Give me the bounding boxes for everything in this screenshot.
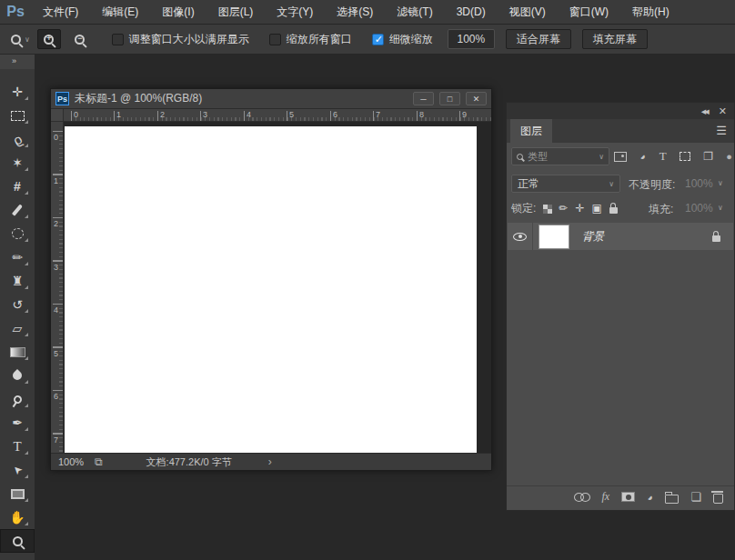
tools-list: ✛ ϱ ✶ # ✏ ♜ ↺ ▱ ✒ T ➤ ✋	[0, 80, 35, 553]
link-layers-icon[interactable]	[574, 493, 589, 501]
eyedropper-tool[interactable]	[0, 198, 35, 222]
add-layer-mask-icon[interactable]	[621, 492, 635, 502]
magic-wand-tool[interactable]: ✶	[0, 151, 35, 175]
gradient-icon	[10, 347, 25, 357]
layers-panel-body: 类型 ∨ ◑ T ❐ ● 正常 ∨ 不透明度: 100% ∨ 锁定: ✏ ✛ ▣…	[507, 143, 734, 510]
filter-adjustment-layers-icon[interactable]: ◑	[637, 150, 649, 163]
chevron-down-icon[interactable]: ∨	[718, 179, 723, 187]
filter-smart-objects-icon[interactable]: ❐	[703, 150, 713, 163]
lock-image-pixels-icon[interactable]: ✏	[559, 202, 568, 215]
chevron-down-icon[interactable]: ∨	[718, 204, 723, 212]
close-button[interactable]: ✕	[466, 92, 487, 105]
options-bar: ∨ + − 调整窗口大小以满屏显示 缩放所有窗口 细微缩放 100% 适合屏幕 …	[0, 25, 735, 55]
menu-view[interactable]: 视图(V)	[498, 0, 558, 24]
new-adjustment-layer-icon[interactable]: ◑	[644, 491, 657, 504]
document-ps-icon: Ps	[55, 92, 69, 105]
path-selection-tool[interactable]: ➤	[0, 458, 35, 482]
brush-tool[interactable]: ✏	[0, 245, 35, 269]
ruler-label: 5	[289, 110, 294, 119]
pen-tool[interactable]: ✒	[0, 411, 35, 435]
type-tool[interactable]: T	[0, 435, 35, 458]
zoom-in-button[interactable]: +	[37, 29, 61, 49]
tool-preset-picker[interactable]: ∨	[11, 35, 30, 45]
clone-stamp-tool[interactable]: ♜	[0, 269, 35, 293]
spot-healing-brush-tool[interactable]	[0, 222, 35, 245]
cursor-arrow-icon: ➤	[10, 463, 25, 477]
status-zoom-field[interactable]: 100%	[58, 456, 89, 467]
menu-filter[interactable]: 滤镜(T)	[385, 0, 444, 24]
canvas[interactable]	[65, 126, 477, 453]
panel-menu-icon[interactable]: ☰	[716, 124, 727, 137]
blend-mode-dropdown[interactable]: 正常 ∨	[511, 175, 620, 193]
filter-type-layers-icon[interactable]: T	[659, 149, 667, 164]
move-tool[interactable]: ✛	[0, 80, 35, 104]
filter-toggle-icon[interactable]: ●	[726, 151, 732, 162]
opacity-label: 不透明度:	[629, 177, 675, 193]
menu-file[interactable]: 文件(F)	[31, 0, 90, 24]
layer-row-background[interactable]: 背景	[508, 223, 733, 250]
fill-value[interactable]: 100%	[685, 202, 713, 215]
ruler-label: 4	[247, 110, 251, 119]
lasso-tool[interactable]: ϱ	[0, 127, 35, 151]
healing-icon	[12, 228, 24, 239]
tab-layers[interactable]: 图层	[510, 119, 552, 143]
menu-edit[interactable]: 编辑(E)	[90, 0, 150, 24]
ruler-label: 2	[160, 110, 165, 119]
close-panel-icon[interactable]: ✕	[719, 105, 727, 117]
checkbox-unchecked-icon[interactable]	[269, 34, 281, 45]
menu-image[interactable]: 图像(I)	[150, 0, 206, 24]
ruler-label: 3	[203, 110, 207, 119]
layer-visibility-cell[interactable]	[508, 223, 533, 250]
status-options-chevron[interactable]: ›	[268, 455, 272, 468]
layer-filter-box[interactable]: 类型 ∨	[511, 147, 609, 165]
new-layer-icon[interactable]: ❏	[690, 490, 701, 504]
zoom-all-windows-option[interactable]: 缩放所有窗口	[269, 32, 352, 47]
zoom-percentage-field[interactable]: 100%	[448, 29, 495, 49]
checkbox-checked-icon[interactable]	[372, 34, 384, 45]
hand-tool[interactable]: ✋	[0, 505, 35, 529]
menu-layer[interactable]: 图层(L)	[206, 0, 266, 24]
blur-tool[interactable]	[0, 364, 35, 387]
ruler-corner	[51, 109, 64, 122]
menu-window[interactable]: 窗口(W)	[558, 0, 620, 24]
panel-tab-strip: 图层 ☰	[507, 119, 734, 143]
collapse-panel-icon[interactable]: ◂◂	[701, 105, 708, 117]
menu-select[interactable]: 选择(S)	[325, 0, 385, 24]
share-icon[interactable]: ⧉	[95, 455, 103, 468]
gradient-tool[interactable]	[0, 340, 35, 364]
minimize-button[interactable]: ─	[413, 92, 434, 105]
filter-shape-layers-icon[interactable]	[680, 152, 690, 161]
eraser-tool[interactable]: ▱	[0, 316, 35, 340]
resize-window-option[interactable]: 调整窗口大小以满屏显示	[112, 32, 249, 47]
fit-screen-button[interactable]: 适合屏幕	[506, 29, 571, 49]
new-group-icon[interactable]	[665, 495, 679, 504]
document-title: 未标题-1 @ 100%(RGB/8)	[75, 91, 408, 106]
layer-style-fx-icon[interactable]: fx	[601, 490, 609, 504]
zoom-tool[interactable]	[0, 529, 35, 553]
menu-3d[interactable]: 3D(D)	[445, 0, 498, 24]
maximize-button[interactable]: □	[439, 92, 460, 105]
lock-artboard-icon[interactable]: ▣	[591, 202, 601, 215]
zoom-out-button[interactable]: −	[68, 29, 92, 49]
lock-transparent-pixels-icon[interactable]	[543, 205, 548, 209]
lock-all-icon[interactable]	[609, 207, 618, 214]
rectangle-tool[interactable]	[0, 482, 35, 505]
crop-tool[interactable]: #	[0, 175, 35, 198]
document-title-bar[interactable]: Ps 未标题-1 @ 100%(RGB/8) ─ □ ✕	[51, 89, 491, 109]
delete-layer-icon[interactable]	[713, 494, 723, 504]
opacity-value[interactable]: 100%	[685, 177, 713, 190]
scrubby-zoom-option[interactable]: 细微缩放	[372, 32, 433, 47]
fill-screen-button[interactable]: 填充屏幕	[582, 29, 648, 49]
ruler-label: 7	[376, 110, 380, 119]
checkbox-unchecked-icon[interactable]	[112, 34, 124, 45]
menu-type[interactable]: 文字(Y)	[265, 0, 325, 24]
zoom-in-icon: +	[44, 35, 54, 45]
filter-pixel-layers-icon[interactable]	[614, 152, 627, 162]
lock-position-icon[interactable]: ✛	[575, 202, 584, 215]
rectangular-marquee-tool[interactable]	[0, 104, 35, 127]
menu-help[interactable]: 帮助(H)	[620, 0, 681, 24]
dodge-tool[interactable]	[0, 387, 35, 411]
history-brush-tool[interactable]: ↺	[0, 293, 35, 316]
layer-thumbnail[interactable]	[539, 225, 569, 249]
collapse-tools-button[interactable]: »	[0, 55, 35, 69]
